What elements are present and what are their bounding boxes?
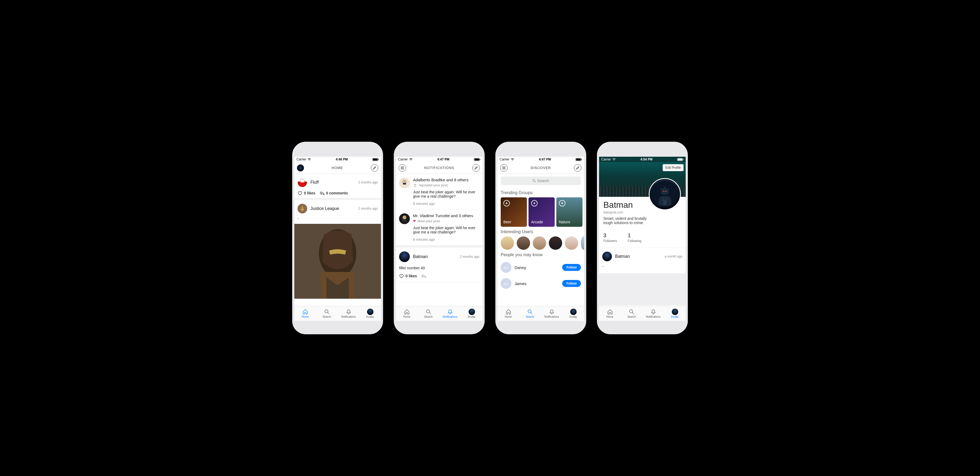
tab-notifications[interactable]: Notifications (337, 306, 359, 321)
bell-icon (549, 309, 555, 315)
page-title: DISCOVER (508, 166, 574, 170)
tab-label: Home (606, 315, 614, 318)
plus-icon[interactable]: + (503, 200, 510, 207)
svg-rect-6 (301, 178, 304, 180)
nav-header: HOME (294, 162, 381, 174)
svg-rect-2 (378, 159, 379, 160)
edit-profile-button[interactable]: Edit Profile (663, 164, 684, 171)
repost-icon (413, 184, 417, 187)
user-avatar[interactable] (533, 236, 546, 250)
status-bar: Carrier 4:47 PM (396, 157, 482, 162)
like-button[interactable]: 0 likes (399, 274, 417, 278)
svg-point-21 (402, 167, 403, 168)
wifi-icon (612, 158, 616, 161)
tab-profile[interactable]: Profile (461, 306, 482, 321)
tab-home[interactable]: Home (599, 306, 621, 321)
following-stat[interactable]: 1 Following (628, 232, 641, 243)
group-card-beer[interactable]: + Beer (501, 197, 527, 227)
svg-point-36 (503, 166, 503, 167)
profile-bio: Smart, violent and brutally tough soluti… (603, 217, 651, 225)
tab-profile[interactable]: Profile (562, 306, 584, 321)
svg-rect-35 (581, 159, 582, 160)
tab-notifications[interactable]: Notifications (439, 306, 461, 321)
notification-item[interactable]: Adalberto Bradtke and 8 others reposted … (396, 174, 482, 210)
svg-rect-51 (683, 159, 684, 160)
follow-button[interactable]: Follow (562, 264, 581, 271)
clock: 4:46 PM (336, 158, 348, 161)
feed-post[interactable]: Batman a month ago - (599, 248, 686, 271)
group-card-nature[interactable]: + Nature (556, 197, 582, 227)
user-avatar[interactable] (565, 236, 578, 250)
home-icon (404, 309, 410, 315)
page-title: HOME (304, 166, 371, 170)
user-avatar[interactable] (501, 236, 514, 250)
tab-search[interactable]: Search (519, 306, 541, 321)
carrier-label: Carrier (296, 158, 306, 161)
user-avatar[interactable] (549, 236, 562, 250)
tab-label: Profile (671, 315, 678, 318)
avatar[interactable] (298, 178, 307, 187)
tab-notifications[interactable]: Notifications (541, 306, 562, 321)
feed-grid-button[interactable] (399, 164, 406, 172)
search-input[interactable]: Search (501, 177, 581, 185)
followers-stat[interactable]: 3 Followers (603, 232, 617, 243)
compose-button[interactable] (371, 164, 378, 172)
feed-post[interactable]: Fluff 2 months ago 0 likes 0 comments (294, 174, 381, 200)
svg-line-13 (328, 313, 329, 314)
feed-post[interactable]: Justice League 2 months ago - (294, 200, 381, 298)
notification-title: Adalberto Bradtke and 8 others (413, 178, 479, 182)
tab-home[interactable]: Home (498, 306, 519, 321)
post-image[interactable] (294, 224, 381, 299)
group-card-arcade[interactable]: + Arcade (528, 197, 555, 227)
avatar[interactable] (501, 278, 511, 289)
avatar[interactable] (399, 252, 410, 262)
avatar[interactable] (602, 252, 612, 261)
tab-search[interactable]: Search (316, 306, 337, 321)
tab-profile[interactable]: Profile (359, 306, 381, 321)
tab-home[interactable]: Home (294, 306, 316, 321)
like-button[interactable]: 0 likes (298, 191, 315, 195)
feed-post[interactable]: Batman 2 months ago filler number 40 0 l… (396, 245, 482, 282)
avatar[interactable] (399, 213, 410, 224)
avatar[interactable] (399, 178, 410, 188)
tab-label: Notifications (646, 315, 660, 318)
svg-rect-16 (480, 159, 480, 160)
follow-button[interactable]: Follow (562, 280, 581, 287)
avatar[interactable] (501, 262, 511, 273)
user-avatar[interactable] (581, 236, 584, 250)
notification-item[interactable]: Mr. Vladimir Turcotte and 3 others ❤ lik… (396, 210, 482, 245)
plus-icon[interactable]: + (531, 200, 538, 207)
tab-search[interactable]: Search (621, 306, 643, 321)
tab-search[interactable]: Search (418, 306, 439, 321)
compose-button[interactable] (473, 164, 480, 172)
search-icon (527, 309, 533, 315)
comment-button[interactable]: 0 comments (320, 191, 348, 195)
feed-grid-button[interactable] (500, 164, 508, 172)
suggestion-row: James Follow (498, 275, 584, 291)
share-button[interactable] (421, 274, 426, 278)
trending-groups-row[interactable]: + Beer + Arcade + Nature (498, 197, 584, 227)
empty-placeholder (599, 273, 686, 306)
tab-profile[interactable]: Profile (664, 306, 686, 321)
discover-content: Search Trending Groups + Beer + Arcade +… (498, 174, 584, 306)
battery-icon (576, 158, 582, 161)
tab-notifications[interactable]: Notifications (643, 306, 664, 321)
battery-icon (474, 158, 480, 161)
my-avatar-button[interactable] (297, 164, 304, 172)
avatar[interactable] (298, 204, 307, 213)
plus-icon[interactable]: + (559, 200, 565, 207)
interesting-users-row[interactable] (498, 236, 584, 250)
svg-point-45 (533, 180, 535, 181)
svg-rect-50 (678, 159, 682, 161)
profile-avatar[interactable] (649, 178, 681, 210)
tab-home[interactable]: Home (396, 306, 418, 321)
tab-label: Profile (468, 315, 475, 318)
clock: 4:54 PM (641, 158, 652, 161)
tab-bar: Home Search Notifications Profile (396, 306, 482, 321)
svg-point-44 (505, 169, 506, 169)
battery-icon (372, 158, 379, 161)
compose-button[interactable] (574, 164, 581, 172)
reply-icon (421, 274, 426, 278)
user-avatar[interactable] (517, 236, 530, 250)
profile-website[interactable]: batsignal.com (603, 210, 681, 214)
